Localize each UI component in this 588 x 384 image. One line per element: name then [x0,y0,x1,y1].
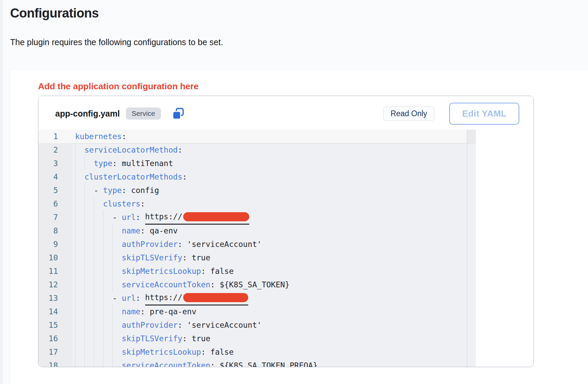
copy-icon-glyph [172,107,185,120]
page-subtitle: The plugin requires the following config… [10,37,223,47]
code-line: 5- type: config [38,184,476,197]
indent-guide [85,264,94,278]
line-number: 7 [38,211,72,224]
line-number: 8 [38,224,72,237]
code-line: 2serviceLocatorMethod: [38,143,476,157]
indent-guide [112,359,122,367]
indent-guide [94,237,103,251]
redacted-url [183,293,248,302]
code-line: 15authProvider: 'serviceAccount' [38,318,476,332]
indent-guide [94,359,103,367]
filename-label: app-config.yaml [55,109,120,119]
code-line: 13- url: https:// [38,291,476,305]
indent-guide [75,170,85,184]
indent-guide [85,359,94,367]
line-number: 1 [38,130,72,143]
indent-guide [103,291,112,305]
page-title: Configurations [10,6,99,21]
indent-guide [94,264,103,278]
line-number: 15 [38,318,72,332]
line-number: 11 [38,264,72,278]
scrollbar-corner [467,130,476,143]
indent-guide [85,305,94,318]
indent-guide [112,345,122,359]
plugin-config-card: Add the application configuration here a… [10,70,588,384]
scrollbar-track[interactable] [467,130,467,367]
indent-guide [94,251,103,264]
indent-guide [85,237,94,251]
indent-guide [103,224,112,237]
code-editor[interactable]: 1kubernetes:2serviceLocatorMethod:3type:… [38,130,476,367]
read-only-button[interactable]: Read Only [383,106,435,121]
indent-guide [75,237,85,251]
indent-guide [103,237,112,251]
indent-guide [75,345,85,359]
code-line: 6clusters: [38,197,476,211]
indent-guide [75,291,85,305]
indent-guide [103,264,112,278]
indent-guide [112,305,122,318]
code-line: 1kubernetes: [38,130,476,143]
code-line: 9authProvider: 'serviceAccount' [38,237,476,251]
indent-guide [103,251,112,264]
indent-guide [85,211,94,224]
code-line: 11skipMetricsLookup: false [38,264,476,278]
line-number: 12 [38,278,72,291]
indent-guide [85,278,94,291]
indent-guide [75,264,85,278]
code-line: 12serviceAccountToken: ${K8S_SA_TOKEN} [38,278,476,291]
indent-guide [103,305,112,318]
indent-guide [75,359,85,367]
indent-guide [85,184,94,197]
indent-guide [112,278,122,291]
indent-guide [75,251,85,264]
indent-guide [94,332,103,345]
indent-guide [103,211,112,224]
indent-guide [94,211,103,224]
line-number: 18 [38,359,72,367]
indent-guide [75,332,85,345]
code-line: 7- url: https:// [38,211,476,224]
code-line: 4clusterLocatorMethods: [38,170,476,184]
indent-guide [112,318,122,332]
code-line: 17skipMetricsLookup: false [38,345,476,359]
indent-guide [75,211,85,224]
indent-guide [75,305,85,318]
indent-guide [85,345,94,359]
page-edge-strip [0,0,3,384]
code-line: 16skipTLSVerify: true [38,332,476,345]
edit-yaml-button[interactable]: Edit YAML [449,103,519,125]
line-number: 4 [38,170,72,184]
indent-guide [94,305,103,318]
indent-guide [85,318,94,332]
line-number: 13 [38,291,72,305]
indent-guide [94,291,103,305]
indent-guide [85,157,94,170]
code-line: 14name: pre-qa-env [38,305,476,318]
line-number: 9 [38,237,72,251]
indent-guide [75,278,85,291]
indent-guide [85,291,94,305]
indent-guide [94,345,103,359]
indent-guide [85,197,94,211]
indent-guide [94,224,103,237]
line-number: 16 [38,332,72,345]
indent-guide [103,345,112,359]
code-line: 8name: qa-env [38,224,476,237]
indent-guide [85,332,94,345]
indent-guide [75,224,85,237]
code-line: 3type: multiTenant [38,157,476,170]
indent-guide [75,184,85,197]
line-number: 3 [38,157,72,170]
line-number: 5 [38,184,72,197]
indent-guide [75,318,85,332]
indent-guide [103,332,112,345]
code-lines: 1kubernetes:2serviceLocatorMethod:3type:… [38,130,476,367]
indent-guide [75,157,85,170]
indent-guide [94,318,103,332]
indent-guide [112,237,122,251]
code-line: 10skipTLSVerify: true [38,251,476,264]
indent-guide [85,251,94,264]
line-number: 10 [38,251,72,264]
copy-icon[interactable] [172,107,185,120]
